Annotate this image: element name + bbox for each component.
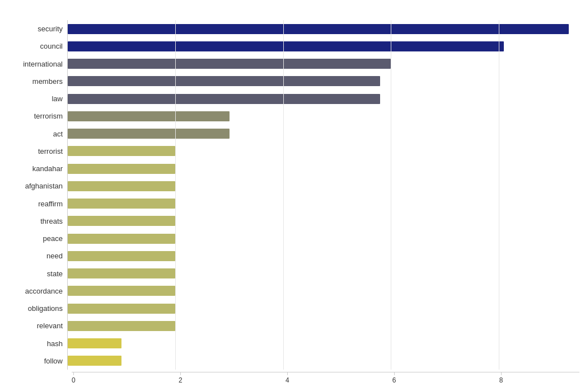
y-label-security: security	[38, 25, 63, 32]
bar-row-afghanistan	[68, 180, 579, 192]
y-label-peace: peace	[43, 235, 63, 242]
y-label-act: act	[53, 130, 63, 138]
x-tick-0: 0	[72, 372, 76, 384]
bar-need	[68, 251, 175, 261]
grid-line	[499, 20, 499, 370]
bar-terrorist	[68, 146, 175, 156]
y-label-afghanistan: afghanistan	[25, 182, 63, 190]
bar-terrorism	[68, 111, 230, 121]
bar-row-peace	[68, 233, 579, 245]
x-tick-line	[180, 372, 181, 375]
x-tick-label: 2	[179, 376, 182, 384]
x-tick-6: 6	[392, 372, 396, 384]
grid-line	[175, 20, 176, 370]
x-tick-line	[287, 372, 288, 375]
y-label-threats: threats	[40, 218, 63, 225]
x-tick-label: 0	[72, 376, 76, 384]
bar-row-state	[68, 267, 579, 280]
y-label-law: law	[52, 95, 63, 102]
bar-row-threats	[68, 215, 579, 227]
y-labels: securitycouncilinternationalmemberslawte…	[6, 20, 67, 370]
bar-row-need	[68, 250, 579, 262]
y-label-terrorism: terrorism	[34, 112, 63, 120]
bar-law	[68, 94, 380, 104]
y-label-need: need	[46, 252, 63, 259]
bar-row-reaffirm	[68, 197, 579, 210]
y-label-reaffirm: reaffirm	[38, 200, 63, 207]
bar-reaffirm	[68, 199, 175, 209]
bar-row-follow	[68, 355, 579, 367]
bar-row-members	[68, 75, 579, 87]
x-tick-8: 8	[499, 372, 503, 384]
grid-lines	[68, 20, 579, 370]
bar-peace	[68, 234, 175, 244]
y-label-members: members	[32, 78, 63, 85]
bar-row-kandahar	[68, 163, 579, 175]
bar-obligations	[68, 304, 175, 314]
bar-row-accordance	[68, 285, 579, 297]
bar-row-hash	[68, 337, 579, 350]
bar-row-council	[68, 40, 579, 53]
bar-row-obligations	[68, 303, 579, 315]
bar-row-security	[68, 23, 579, 35]
bar-act	[68, 129, 230, 139]
bar-kandahar	[68, 164, 175, 174]
y-label-obligations: obligations	[28, 305, 63, 312]
bar-row-terrorist	[68, 145, 579, 157]
y-label-relevant: relevant	[37, 322, 63, 329]
y-label-council: council	[40, 42, 63, 50]
bar-afghanistan	[68, 181, 175, 191]
chart-container: securitycouncilinternationalmemberslawte…	[6, 20, 579, 386]
bar-state	[68, 268, 175, 278]
bar-row-law	[68, 93, 579, 105]
bar-threats	[68, 216, 175, 226]
x-tick-label: 6	[392, 376, 396, 384]
bar-row-act	[68, 127, 579, 140]
bar-row-terrorism	[68, 110, 579, 122]
bar-relevant	[68, 321, 175, 331]
chart-area: securitycouncilinternationalmemberslawte…	[6, 20, 579, 370]
x-tick-label: 8	[499, 376, 503, 384]
x-axis-area: 02468	[72, 372, 579, 386]
y-label-state: state	[47, 270, 63, 277]
bar-row-international	[68, 58, 579, 70]
x-tick-line	[501, 372, 502, 375]
grid-line	[283, 20, 284, 370]
y-label-follow: follow	[44, 357, 63, 365]
bar-members	[68, 76, 380, 86]
bar-international	[68, 59, 391, 69]
y-label-kandahar: kandahar	[32, 165, 63, 172]
bars-section	[67, 20, 579, 370]
x-tick-label: 4	[286, 376, 289, 384]
x-ticks: 02468	[72, 372, 579, 376]
bar-follow	[68, 356, 121, 366]
y-label-accordance: accordance	[25, 287, 63, 295]
bar-security	[68, 24, 569, 34]
grid-line	[391, 20, 391, 370]
bar-row-relevant	[68, 320, 579, 332]
y-label-international: international	[23, 60, 63, 68]
bar-council	[68, 41, 504, 51]
bar-accordance	[68, 286, 175, 296]
x-tick-4: 4	[286, 372, 289, 384]
bar-hash	[68, 338, 121, 348]
x-tick-line	[73, 372, 74, 375]
x-tick-line	[394, 372, 395, 375]
y-label-terrorist: terrorist	[38, 148, 63, 155]
x-tick-2: 2	[179, 372, 182, 384]
y-label-hash: hash	[47, 340, 63, 347]
